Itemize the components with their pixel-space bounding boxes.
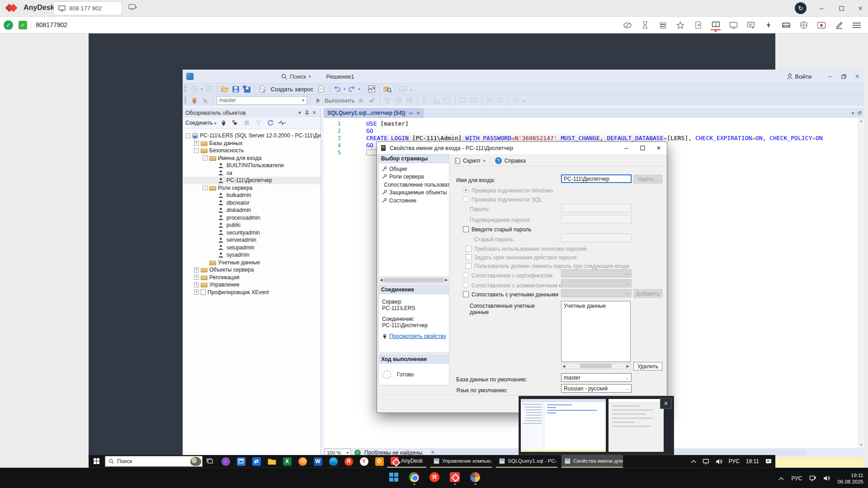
monitor-1-tab-icon[interactable]: 1 bbox=[711, 20, 721, 30]
indent-increase-icon[interactable] bbox=[496, 96, 505, 105]
tree-expander[interactable]: - bbox=[203, 185, 208, 190]
include-plan-icon[interactable] bbox=[421, 96, 430, 105]
copy-database-icon[interactable] bbox=[383, 84, 392, 94]
local-language-label[interactable]: РУС bbox=[791, 475, 802, 482]
save-icon[interactable] bbox=[231, 84, 241, 94]
display-settings-icon[interactable] bbox=[728, 20, 738, 30]
remote-search-box[interactable]: Поиск bbox=[105, 456, 203, 467]
teamviewer-icon[interactable]: ⇄ bbox=[249, 455, 264, 468]
tree-expander[interactable]: - bbox=[203, 155, 208, 160]
local-cast-icon[interactable] bbox=[809, 475, 816, 482]
open-query-icon[interactable] bbox=[317, 84, 326, 94]
tree-item[interactable]: BUILTIN\Пользователи bbox=[183, 162, 321, 169]
tree-expander[interactable]: - bbox=[194, 148, 199, 153]
cancel-query-icon[interactable] bbox=[357, 96, 366, 105]
tree-item[interactable]: serveradmin bbox=[183, 236, 321, 244]
app-drop-icon[interactable]: ◦ bbox=[218, 455, 233, 468]
remote-action-center-icon[interactable] bbox=[765, 459, 772, 465]
password-input[interactable] bbox=[561, 204, 632, 212]
ssms-close-button[interactable]: ✕ bbox=[850, 70, 864, 83]
enforce-expiration-checkbox[interactable] bbox=[466, 254, 472, 260]
menu-item[interactable] bbox=[238, 70, 246, 83]
code-line[interactable]: 1USE [master] bbox=[324, 120, 858, 127]
tree-expander[interactable]: - bbox=[185, 133, 190, 138]
indent-decrease-icon[interactable] bbox=[485, 96, 494, 105]
activity-icon[interactable] bbox=[278, 118, 287, 127]
filter-icon[interactable] bbox=[254, 118, 263, 127]
register-server-icon[interactable] bbox=[399, 84, 408, 94]
tree-item[interactable]: diskadmin bbox=[183, 206, 321, 214]
must-change-checkbox[interactable] bbox=[466, 263, 472, 269]
default-lang-combo[interactable]: Russian - русский⌄ bbox=[561, 384, 632, 393]
confirm-password-input[interactable] bbox=[561, 215, 632, 223]
code-line[interactable]: 3CREATE LOGIN [PC-111\Admin] WITH PASSWO… bbox=[324, 135, 858, 142]
dialog-minimize-button[interactable]: ─ bbox=[618, 142, 634, 154]
page-item[interactable]: Состояние bbox=[379, 197, 449, 205]
word-icon[interactable]: W bbox=[310, 455, 326, 468]
tree-item[interactable]: sysadmin bbox=[183, 251, 321, 259]
excel-icon[interactable]: X bbox=[279, 455, 295, 468]
database-combo[interactable]: master▾ bbox=[217, 96, 307, 105]
taskbar-window-button[interactable]: SQLQuery1.sql - PC-1... bbox=[496, 455, 557, 468]
signin-button[interactable]: Войти bbox=[787, 73, 811, 80]
file-explorer-icon[interactable] bbox=[264, 455, 279, 468]
remote-tray-display-icon[interactable] bbox=[703, 459, 709, 465]
taskbar-window-button[interactable]: Свойства имени для ... bbox=[561, 455, 623, 468]
local-clock[interactable]: 19:11 06.08.2025 bbox=[837, 472, 863, 485]
edge-icon[interactable] bbox=[326, 455, 341, 468]
actions-lightning-icon[interactable] bbox=[764, 20, 774, 30]
menu-item[interactable] bbox=[205, 70, 213, 83]
execute-button[interactable]: Выполнить bbox=[325, 97, 355, 104]
file-transfer-icon[interactable] bbox=[658, 20, 668, 30]
menu-item[interactable] bbox=[246, 70, 254, 83]
login-name-input[interactable] bbox=[561, 174, 632, 183]
tree-expander[interactable]: + bbox=[194, 275, 199, 280]
pages-h-scrollbar[interactable]: ◀▶ bbox=[378, 277, 449, 283]
query-options-icon[interactable] bbox=[394, 96, 403, 105]
remote-volume-icon[interactable] bbox=[716, 459, 722, 465]
tree-item[interactable]: PC-111\Диспетчер bbox=[183, 177, 321, 184]
search-control[interactable]: Поиск▾ bbox=[281, 73, 311, 80]
old-password-checkbox[interactable] bbox=[463, 226, 469, 232]
menu-item[interactable] bbox=[222, 70, 230, 83]
tree-item[interactable]: + Управление bbox=[183, 281, 321, 289]
disconnect-icon[interactable] bbox=[201, 96, 210, 105]
yandex-icon[interactable]: Я bbox=[429, 472, 440, 485]
script-button[interactable]: Скрипт bbox=[463, 158, 481, 164]
dialog-titlebar[interactable]: Свойства имени для входа - PC-111\Диспет… bbox=[377, 142, 667, 154]
page-item[interactable]: Сопоставление пользователе bbox=[379, 181, 449, 189]
sql-auth-radio[interactable] bbox=[463, 196, 469, 202]
oe-connect-icon[interactable] bbox=[219, 118, 228, 127]
default-db-combo[interactable]: master⌄ bbox=[561, 373, 632, 382]
uncomment-icon[interactable] bbox=[469, 96, 478, 105]
undo-icon[interactable] bbox=[333, 84, 342, 94]
tree-item[interactable]: + Репликация bbox=[183, 274, 321, 282]
remove-button[interactable]: Удалить bbox=[633, 362, 662, 371]
tree-item[interactable]: + Объекты сервера bbox=[183, 266, 321, 274]
sqlcmd-icon[interactable] bbox=[443, 96, 452, 105]
local-volume-icon[interactable] bbox=[823, 475, 830, 481]
tree-item[interactable]: public bbox=[183, 221, 321, 229]
tree-item[interactable]: - Роли сервера bbox=[183, 184, 321, 192]
connect-dropdown[interactable]: Соединить ▾ bbox=[185, 120, 216, 126]
object-explorer-titlebar[interactable]: Обозреватель объектов ▾ ✕ bbox=[183, 108, 321, 117]
credential-combo[interactable]: ⌄ bbox=[561, 289, 632, 297]
task-view-icon[interactable] bbox=[203, 455, 218, 468]
add-button[interactable]: Добавить bbox=[633, 289, 662, 298]
tab-pin-icon[interactable]: ⊶ bbox=[409, 111, 413, 116]
tree-item[interactable]: Учетные данные bbox=[183, 259, 321, 267]
old-password-input[interactable] bbox=[561, 234, 632, 242]
comment-icon[interactable] bbox=[458, 96, 467, 105]
results-grid-icon[interactable] bbox=[405, 96, 414, 105]
pin-icon[interactable] bbox=[303, 109, 311, 117]
map-asym-key-radio[interactable] bbox=[463, 282, 469, 288]
dialog-close-button[interactable]: ✕ bbox=[651, 142, 667, 154]
preview-close-icon[interactable]: ✕ bbox=[660, 398, 672, 409]
connect-icon[interactable] bbox=[190, 96, 199, 105]
toolbar-overflow-icon[interactable]: ⌄ bbox=[410, 87, 413, 91]
open-file-icon[interactable] bbox=[221, 84, 230, 94]
tree-item[interactable]: bulkadmin bbox=[183, 192, 321, 199]
invite-icon[interactable] bbox=[693, 20, 703, 30]
tree-item[interactable]: processadmin bbox=[183, 214, 321, 222]
close-panel-icon[interactable]: ✕ bbox=[311, 109, 318, 117]
